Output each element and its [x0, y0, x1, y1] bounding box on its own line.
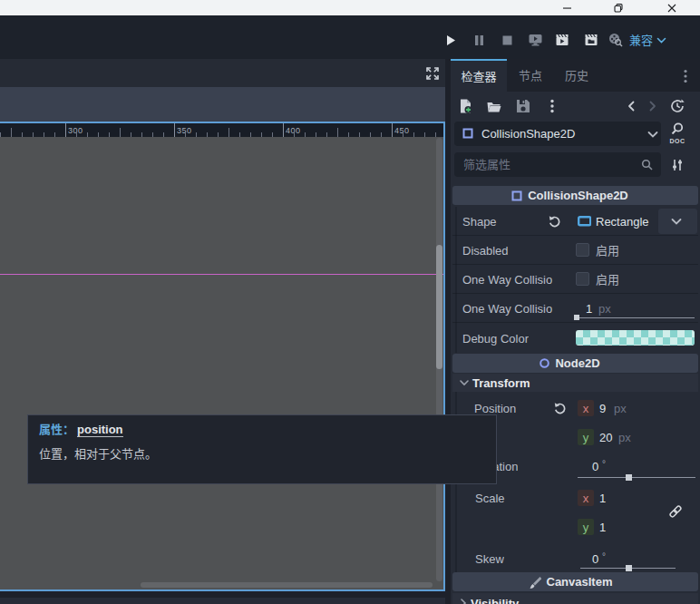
editor-run-toolbar: 兼容 — [0, 15, 700, 59]
load-resource-button[interactable] — [487, 101, 501, 112]
stop-button[interactable] — [501, 34, 513, 46]
play-remote-debug-button[interactable] — [529, 34, 542, 46]
ruler-tick — [109, 132, 110, 137]
transform-group-header[interactable]: Transform — [452, 374, 698, 392]
link-icon — [668, 504, 683, 519]
distraction-free-toggle[interactable] — [426, 67, 439, 80]
inspector-panel: CollisionShape2DDOC筛选属性CollisionShape2DS… — [451, 92, 700, 604]
property-tools-button-svg — [671, 159, 684, 171]
ruler-tick — [141, 132, 142, 137]
position-y-badge: y — [578, 429, 594, 445]
inspector-dock: 检查器节点历史CollisionShape2DDOC筛选属性CollisionS… — [451, 59, 700, 604]
ruler-tick — [22, 132, 23, 137]
one-way-collision-checkbox[interactable] — [576, 272, 589, 286]
one-way-margin-slider-handle[interactable] — [574, 315, 579, 320]
tab-inspector-label: 检查器 — [461, 70, 496, 83]
shape-value-button[interactable]: Rectangle — [574, 209, 658, 234]
category-collisionshape2d[interactable]: CollisionShape2D — [452, 186, 698, 205]
ruler-tick — [196, 132, 197, 137]
one-way-margin-value: 1 — [586, 302, 592, 316]
stop-button-svg — [501, 34, 513, 46]
rotation-spin-slider[interactable]: 0° — [574, 453, 697, 482]
property-label-position: Position — [474, 402, 516, 415]
renderer-dropdown[interactable]: 兼容 — [629, 33, 666, 47]
property-label-scale: Scale — [475, 492, 505, 505]
ruler-tick — [152, 132, 153, 137]
rotation-slider-handle[interactable] — [626, 474, 632, 481]
transform-collapse-icon — [460, 379, 469, 386]
dock-tab-bar: 检查器节点历史 — [451, 59, 700, 92]
2d-viewport[interactable]: 300350400450 — [0, 122, 445, 591]
filter-properties-input[interactable]: 筛选属性 — [454, 152, 661, 177]
scale-x-value[interactable]: 1 — [599, 492, 606, 505]
ruler-tick — [370, 132, 371, 137]
property-tools-button[interactable] — [671, 159, 684, 171]
ruler-tick — [54, 132, 55, 137]
play-scene-button[interactable] — [556, 34, 569, 46]
history-forward-button[interactable] — [647, 101, 656, 112]
tab-node[interactable]: 节点 — [510, 59, 551, 92]
scale-y-value[interactable]: 1 — [599, 521, 606, 534]
position-x-badge-label: x — [583, 402, 589, 415]
property-row-debug-color: Debug Color — [451, 323, 700, 353]
play-custom-scene-button-svg — [585, 34, 598, 46]
debug-color-swatch[interactable] — [576, 330, 695, 346]
ruler-major-tick — [65, 123, 66, 137]
dock-menu-button[interactable] — [683, 69, 688, 83]
revert-position-button[interactable] — [554, 402, 567, 414]
tab-history-label: 历史 — [565, 69, 588, 83]
revert-button[interactable] — [549, 215, 561, 228]
new-resource-button[interactable] — [460, 99, 472, 113]
ruler-tick — [0, 132, 1, 137]
category-node2d-icon — [540, 358, 549, 368]
skew-value: 0 — [592, 552, 598, 566]
disabled-checkbox[interactable] — [576, 243, 589, 257]
rotation-slider-track[interactable] — [578, 477, 695, 478]
visibility-group-header[interactable]: Visibility — [452, 593, 698, 604]
open-docs-button[interactable]: DOC — [666, 122, 688, 146]
doc-button-label: DOC — [666, 134, 688, 148]
resource-options-button[interactable] — [549, 99, 555, 113]
save-resource-button[interactable] — [516, 99, 530, 112]
skew-slider-handle[interactable] — [626, 565, 632, 571]
window-close-button[interactable] — [658, 0, 685, 15]
node-selector[interactable]: CollisionShape2D — [454, 122, 661, 146]
category-canvasitem[interactable]: CanvasItem — [452, 572, 698, 591]
tab-history[interactable]: 历史 — [556, 59, 598, 92]
scale-x-badge-label: x — [583, 492, 589, 505]
one-way-margin-spin-slider[interactable]: 1px — [574, 296, 697, 321]
history-list-button[interactable] — [670, 99, 685, 113]
ruler-major-tick — [283, 123, 284, 137]
skew-spin-slider[interactable]: 0° — [574, 546, 697, 575]
category-node2d[interactable]: Node2D — [452, 354, 698, 373]
node-selector-value: CollisionShape2D — [481, 127, 575, 141]
one-way-margin-suffix: px — [598, 302, 611, 316]
position-y-value[interactable]: 20 — [599, 431, 612, 444]
ruler-major-tick — [392, 123, 393, 137]
play-custom-scene-button[interactable] — [585, 34, 598, 46]
property-row-disabled: Disabled启用 — [451, 236, 700, 265]
history-forward-button-svg — [647, 101, 656, 112]
play-button[interactable] — [445, 34, 456, 46]
inspector-property-list: CollisionShape2DShapeRectangleDisabled启用… — [451, 182, 700, 604]
history-back-button[interactable] — [627, 101, 636, 112]
tab-inspector[interactable]: 检查器 — [451, 59, 507, 92]
tooltip-description: 位置，相对于父节点。 — [39, 447, 157, 461]
ruler-tick — [413, 132, 414, 137]
tooltip-title: 属性：position — [39, 423, 123, 436]
scale-link-button[interactable] — [668, 504, 683, 519]
movie-maker-button[interactable] — [608, 33, 623, 47]
ruler-tick — [294, 132, 295, 137]
vertical-scrollbar-thumb[interactable] — [436, 245, 442, 369]
pause-button[interactable] — [473, 34, 485, 46]
window-restore-button[interactable] — [605, 0, 632, 15]
ruler-tick — [250, 132, 251, 137]
one-way-collision-checkbox-label: 启用 — [596, 273, 619, 287]
window-minimize-button[interactable] — [553, 0, 580, 15]
one-way-margin-slider-track[interactable] — [576, 317, 695, 318]
horizontal-scrollbar-thumb[interactable] — [141, 582, 433, 588]
shape-chevron-icon — [671, 218, 682, 225]
position-x-value[interactable]: 9 — [599, 402, 606, 415]
ruler-tick — [120, 128, 121, 137]
revert-icon — [554, 402, 567, 414]
